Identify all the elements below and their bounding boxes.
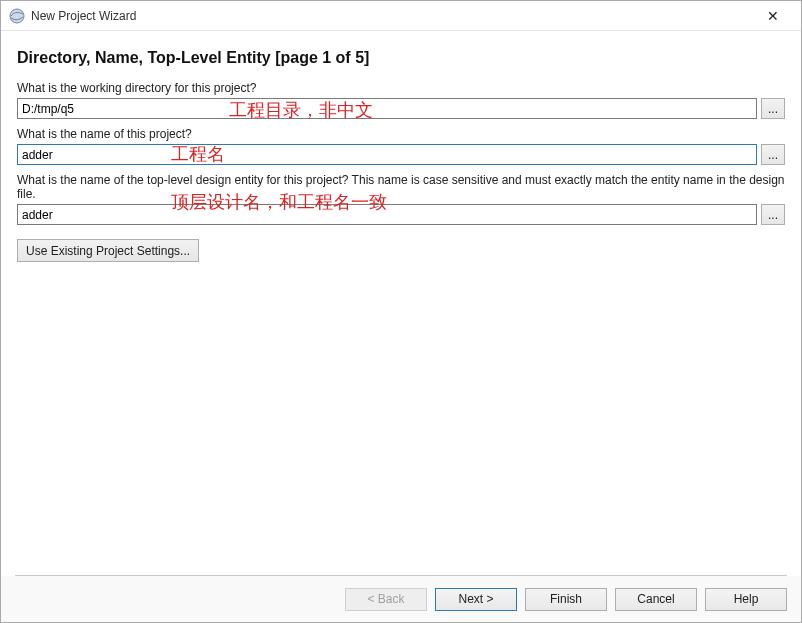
- name-group: What is the name of this project? ...: [17, 127, 785, 165]
- help-button[interactable]: Help: [705, 588, 787, 611]
- content-area: Directory, Name, Top-Level Entity [page …: [1, 31, 801, 262]
- svg-point-0: [10, 9, 24, 23]
- back-button: < Back: [345, 588, 427, 611]
- page-title: Directory, Name, Top-Level Entity [page …: [17, 49, 785, 67]
- next-button[interactable]: Next >: [435, 588, 517, 611]
- entity-input[interactable]: [17, 204, 757, 225]
- use-existing-button[interactable]: Use Existing Project Settings...: [17, 239, 199, 262]
- titlebar: New Project Wizard ✕: [1, 1, 801, 31]
- entity-group: What is the name of the top-level design…: [17, 173, 785, 225]
- finish-button[interactable]: Finish: [525, 588, 607, 611]
- name-browse-button[interactable]: ...: [761, 144, 785, 165]
- name-input[interactable]: [17, 144, 757, 165]
- directory-label: What is the working directory for this p…: [17, 81, 785, 95]
- close-button[interactable]: ✕: [753, 2, 793, 30]
- entity-browse-button[interactable]: ...: [761, 204, 785, 225]
- entity-label: What is the name of the top-level design…: [17, 173, 785, 201]
- directory-browse-button[interactable]: ...: [761, 98, 785, 119]
- app-icon: [9, 8, 25, 24]
- close-icon: ✕: [767, 8, 779, 24]
- window-title: New Project Wizard: [31, 9, 136, 23]
- directory-group: What is the working directory for this p…: [17, 81, 785, 119]
- name-label: What is the name of this project?: [17, 127, 785, 141]
- wizard-footer: < Back Next > Finish Cancel Help: [1, 576, 801, 622]
- cancel-button[interactable]: Cancel: [615, 588, 697, 611]
- directory-input[interactable]: [17, 98, 757, 119]
